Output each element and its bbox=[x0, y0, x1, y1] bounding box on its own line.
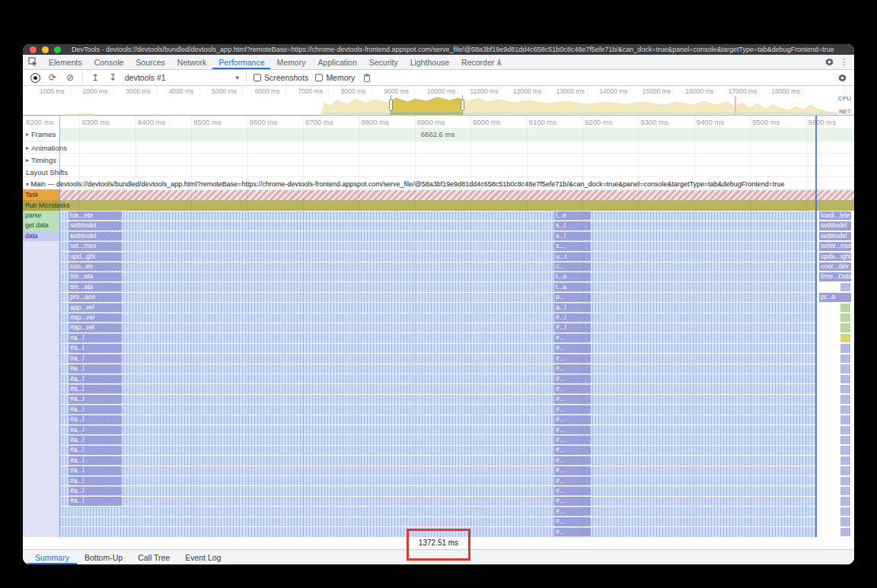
main-event-bar[interactable] bbox=[59, 517, 815, 526]
flame-row[interactable]: set...mess...setW...mes bbox=[23, 241, 854, 251]
event-block[interactable] bbox=[840, 334, 850, 342]
event-block[interactable] bbox=[840, 487, 850, 495]
event-chip[interactable]: loa...ete bbox=[69, 211, 122, 220]
main-event-bar[interactable] bbox=[59, 303, 815, 312]
event-chip[interactable]: #... bbox=[554, 456, 591, 465]
frames-track[interactable]: ▸ Frames 6662.6 ms bbox=[23, 128, 854, 141]
layout-shifts-track[interactable]: Layout Shifts bbox=[23, 166, 854, 177]
event-block[interactable] bbox=[840, 528, 850, 536]
main-event-bar[interactable] bbox=[59, 364, 815, 373]
tab-elements[interactable]: Elements bbox=[43, 55, 88, 69]
main-event-bar[interactable] bbox=[59, 293, 815, 302]
tab-performance[interactable]: Performance bbox=[212, 55, 270, 69]
timeline-overview[interactable]: 1000 ms2000 ms3000 ms4000 ms5000 ms6000 … bbox=[23, 86, 854, 116]
memory-toggle[interactable]: Memory bbox=[315, 73, 355, 82]
event-chip[interactable]: #a...l bbox=[69, 395, 122, 403]
main-event-bar[interactable] bbox=[59, 242, 815, 251]
tab-memory[interactable]: Memory bbox=[270, 55, 311, 69]
minimize-window-button[interactable] bbox=[42, 46, 49, 53]
event-chip[interactable]: #... bbox=[554, 436, 591, 444]
load-profile-icon[interactable]: ↧ bbox=[107, 72, 118, 83]
event-chip[interactable]: #... bbox=[554, 487, 591, 495]
event-chip[interactable]: s...l bbox=[554, 221, 591, 230]
event-block[interactable] bbox=[840, 466, 850, 475]
main-event-bar[interactable] bbox=[59, 405, 815, 414]
event-chip[interactable]: setW...mes bbox=[819, 242, 851, 250]
event-block[interactable] bbox=[840, 446, 850, 454]
flame-row[interactable]: #a...l#... bbox=[23, 405, 854, 415]
flame-row[interactable]: #a...l#... bbox=[23, 435, 854, 445]
overview-cpu-chart[interactable]: CPU NET bbox=[23, 95, 854, 115]
main-event-bar[interactable] bbox=[59, 272, 815, 281]
capture-settings-gear-icon[interactable] bbox=[837, 72, 854, 83]
event-block[interactable] bbox=[840, 375, 850, 383]
event-chip[interactable]: l...e bbox=[554, 211, 591, 220]
reload-and-record-icon[interactable]: ⟳ bbox=[47, 72, 58, 83]
flame-row[interactable]: #a...l#... bbox=[23, 456, 854, 466]
flame-row[interactable]: #... bbox=[23, 527, 854, 537]
trash-icon[interactable] bbox=[362, 72, 372, 83]
flame-row[interactable]: #a...l#... bbox=[23, 486, 854, 496]
event-chip[interactable]: t...a bbox=[554, 283, 591, 291]
event-chip[interactable]: setModel bbox=[69, 232, 122, 240]
main-event-bar[interactable] bbox=[59, 211, 815, 221]
tab-lighthouse[interactable]: Lighthouse bbox=[404, 55, 455, 69]
event-chip[interactable]: t...a bbox=[554, 272, 591, 281]
tab-application[interactable]: Application bbox=[311, 55, 362, 69]
event-chip[interactable]: #a...l bbox=[69, 477, 122, 485]
inspect-element-button[interactable] bbox=[23, 55, 43, 69]
event-block[interactable] bbox=[840, 415, 850, 424]
flame-row[interactable]: #... bbox=[23, 516, 854, 526]
event-chip[interactable]: #a...l bbox=[69, 354, 122, 363]
event-block[interactable] bbox=[840, 507, 850, 516]
flame-row[interactable]: #a...l#... bbox=[23, 425, 854, 435]
more-options-icon[interactable]: ⋮ bbox=[840, 57, 848, 67]
details-tab-bottom-up[interactable]: Bottom-Up bbox=[77, 550, 130, 564]
close-window-button[interactable] bbox=[30, 46, 37, 53]
flame-row[interactable]: #a...l#... bbox=[23, 343, 854, 353]
flame-row[interactable]: datasetModels...lsetModel bbox=[23, 231, 854, 241]
flame-row[interactable]: tim...atat...a bbox=[23, 282, 854, 292]
task-row[interactable]: Task bbox=[23, 189, 854, 200]
event-chip[interactable]: #a...l bbox=[69, 466, 122, 475]
main-event-bar[interactable] bbox=[59, 374, 815, 383]
event-chip[interactable]: #... bbox=[554, 507, 591, 516]
flame-row[interactable]: #a...l#... bbox=[23, 476, 854, 486]
event-chip[interactable]: #... bbox=[554, 395, 591, 403]
main-event-bar[interactable] bbox=[59, 497, 815, 506]
event-chip[interactable]: #a...l bbox=[69, 364, 122, 373]
main-event-bar[interactable] bbox=[59, 384, 815, 393]
flame-row[interactable]: upd...ghtu...tupda...ight bbox=[23, 252, 854, 262]
flame-row[interactable]: parseloa...etel...eloadi...lete bbox=[23, 211, 854, 221]
event-chip[interactable]: #... bbox=[554, 405, 591, 414]
event-chip[interactable]: #... bbox=[554, 334, 591, 342]
event-chip[interactable]: upd...ght bbox=[69, 253, 122, 261]
flame-row[interactable]: coo...exc...coor...dex bbox=[23, 262, 854, 272]
flame-row[interactable]: #a...l#... bbox=[23, 466, 854, 475]
event-block[interactable] bbox=[840, 436, 850, 444]
tab-console[interactable]: Console bbox=[88, 55, 130, 69]
event-chip[interactable]: #a...l bbox=[69, 446, 122, 454]
event-chip[interactable]: #a...l bbox=[69, 334, 122, 342]
event-chip[interactable]: setModel bbox=[819, 232, 851, 240]
event-chip[interactable]: #a...l bbox=[69, 456, 122, 465]
flame-row[interactable]: #a...l#... bbox=[23, 333, 854, 343]
event-chip[interactable]: #...l bbox=[554, 323, 591, 332]
main-event-bar[interactable] bbox=[59, 262, 815, 272]
tab-security[interactable]: Security bbox=[363, 55, 404, 69]
event-chip[interactable]: loadi...lete bbox=[819, 211, 851, 220]
flame-row[interactable]: #a...l#... bbox=[23, 384, 854, 394]
event-chip[interactable]: #a...l bbox=[69, 344, 122, 352]
event-chip[interactable]: coor...dex bbox=[819, 262, 851, 271]
event-chip[interactable]: upda...ight bbox=[819, 253, 851, 261]
event-block[interactable] bbox=[840, 395, 850, 403]
main-event-bar[interactable] bbox=[59, 354, 815, 363]
event-chip[interactable]: tim...ata bbox=[69, 283, 122, 291]
event-chip[interactable]: #a...l bbox=[69, 487, 122, 495]
profile-select[interactable]: devtools #1 ▾ bbox=[125, 73, 239, 82]
screenshots-checkbox[interactable] bbox=[254, 74, 261, 81]
event-chip[interactable]: a...l bbox=[554, 304, 591, 312]
event-chip[interactable]: #... bbox=[554, 354, 591, 363]
event-chip[interactable]: #... bbox=[554, 344, 591, 352]
event-chip[interactable]: #a...l bbox=[69, 405, 122, 414]
